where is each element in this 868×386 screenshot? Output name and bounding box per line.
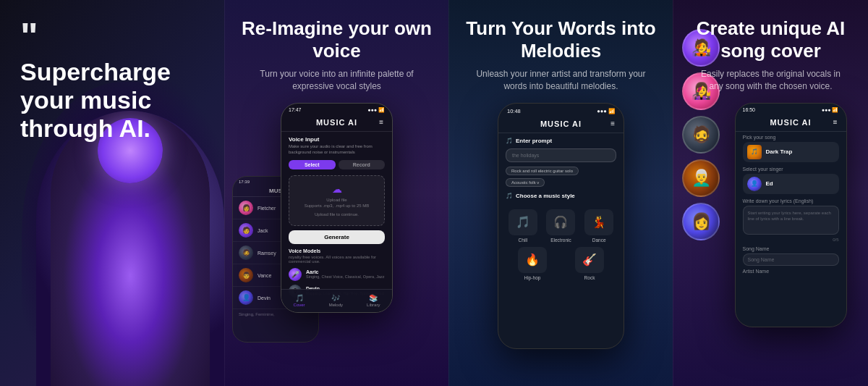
lyrics-label: Write down your lyrics (English) — [743, 198, 839, 204]
app-title: MUSIC AI — [316, 118, 357, 127]
voice-models-label: Voice Models — [289, 248, 385, 253]
phone-cover: 16:50 ●●● 📶 MUSIC AI ≡ Pick your song 🎵 … — [735, 103, 847, 327]
style-label-text: Choose a music style — [516, 193, 575, 199]
bottom-navigation: 🎵 Cover 🎶 Melody 📚 Library — [281, 289, 392, 312]
singer-name: Ed — [766, 180, 773, 187]
time: 17:47 — [289, 107, 302, 113]
electronic-icon: 🎧 — [546, 209, 575, 235]
voice-input-container: Voice Input Make sure your audio is clea… — [281, 132, 392, 306]
song-name-input[interactable]: Song Name — [743, 253, 839, 266]
melody-icon: 🎶 — [331, 294, 340, 302]
voice-section: Re-Imagine your own voice Turn your voic… — [224, 0, 448, 386]
song-row[interactable]: 🎵 Dark Trap — [743, 142, 839, 162]
music-note-2-icon: 🎵 — [506, 193, 513, 199]
voice-label: Voice Input — [289, 136, 385, 143]
avatar: 👨 — [239, 268, 253, 282]
style-item-rock[interactable]: 🎸 Rock — [563, 247, 616, 280]
voice-tabs: Select Record — [289, 160, 385, 169]
app-header: MUSIC AI ≡ — [281, 115, 392, 132]
model-info: Aaric Singing, Chest Voice, Classical, O… — [306, 269, 385, 280]
prompt-input[interactable]: the holidays — [506, 148, 616, 162]
tag-item[interactable]: Acoustic folk v — [506, 178, 545, 187]
section4-subtitle: Easily replaces the original vocals in a… — [673, 62, 868, 93]
style-grid: 🎵 Chill 🎧 Electronic 💃 Dance — [498, 209, 624, 243]
avatar: 👩 — [239, 201, 253, 215]
menu-icon[interactable]: ≡ — [379, 118, 383, 126]
rock-icon: 🎸 — [575, 247, 604, 273]
avatar-face-4: 👨‍🦳 — [684, 161, 718, 196]
pick-song-label: Pick your song — [743, 135, 839, 140]
style-item-chill[interactable]: 🎵 Chill — [506, 209, 540, 243]
style-name: Dance — [592, 238, 606, 243]
nav-melody[interactable]: 🎶 Melody — [329, 294, 343, 307]
menu-icon[interactable]: ≡ — [610, 119, 615, 127]
tab-select[interactable]: Select — [289, 160, 336, 169]
upload-text: Upload file — [297, 197, 377, 203]
upload-area[interactable]: ☁ Upload file Supports .mp3, .mp4 up to … — [289, 175, 385, 226]
hero-section: " Supercharge your music through AI. — [0, 0, 224, 386]
app-header: MUSIC AI ≡ — [736, 115, 846, 132]
upload-cta: Upload file to continue. — [297, 211, 377, 217]
signal: ●●● 📶 — [597, 108, 615, 114]
section3-title: Turn Your Words into Melodies — [449, 17, 673, 62]
avatar: 🧑 — [239, 223, 253, 238]
avatar-4[interactable]: 👨‍🦳 — [682, 159, 720, 197]
song-thumbnail: 🎵 — [747, 145, 762, 159]
contact-name: Fletcher — [258, 206, 276, 211]
signal: ●●● 📶 — [367, 107, 385, 113]
style-name: Electronic — [550, 238, 571, 243]
model-desc: Singing, Chest Voice, Classical, Opera, … — [306, 274, 385, 280]
style-item-hiphop[interactable]: 🔥 Hip-hop — [506, 247, 559, 280]
avatar-face-5: 👩 — [684, 204, 718, 239]
section3-subtitle: Unleash your inner artist and transform … — [449, 62, 673, 93]
contact-name: Vance — [258, 273, 271, 278]
upload-subtext: Supports .mp3, .mp4 up to 25 MB — [297, 203, 377, 209]
select-singer-label: Select your singer — [743, 167, 839, 172]
contact-name: Ramsey — [258, 251, 276, 256]
upload-icon: ☁ — [297, 183, 377, 195]
style-name: Hip-hop — [524, 275, 541, 280]
quote-icon: " — [20, 22, 204, 52]
style-item-dance[interactable]: 💃 Dance — [582, 209, 616, 243]
nav-cover-label: Cover — [294, 303, 305, 307]
style-grid-2: 🔥 Hip-hop 🎸 Rock — [498, 247, 624, 280]
avatar: 👤 — [239, 290, 253, 305]
dance-icon: 💃 — [584, 209, 613, 235]
nav-library[interactable]: 📚 Library — [367, 294, 380, 307]
library-icon: 📚 — [369, 294, 378, 302]
app-title: MUSIC AI — [540, 119, 582, 128]
avatar-3[interactable]: 🧔 — [682, 116, 720, 154]
nav-cover[interactable]: 🎵 Cover — [294, 294, 305, 307]
nav-library-label: Library — [367, 303, 380, 307]
prompt-label: 🎵 Enter prompt — [506, 138, 616, 144]
tab-record[interactable]: Record — [339, 160, 386, 169]
app-header: MUSIC AI ≡ — [498, 117, 624, 133]
cover-section: Create unique AI song cover Easily repla… — [673, 0, 868, 386]
menu-icon[interactable]: ≡ — [833, 118, 838, 126]
hiphop-icon: 🔥 — [518, 247, 547, 273]
voice-models-sub: royalty free voices. All voices are avai… — [289, 255, 385, 264]
prompt-section: 🎵 Enter prompt the holidays Rock and rol… — [498, 133, 624, 209]
section4-title: Create unique AI song cover — [673, 17, 868, 62]
status-bar: 16:50 ●●● 📶 — [736, 104, 846, 115]
section2-title: Re-Imagine your own voice — [225, 17, 448, 62]
avatar-face-3: 🧔 — [684, 117, 718, 152]
style-item-electronic[interactable]: 🎧 Electronic — [544, 209, 579, 243]
tag-item[interactable]: Rock and roll electric guitar solo — [506, 167, 579, 175]
generate-button[interactable]: Generate — [289, 230, 385, 244]
model-name: Aaric — [306, 269, 385, 274]
voice-model-item[interactable]: 🎤 Aaric Singing, Chest Voice, Classical,… — [289, 268, 385, 281]
song-name-label: Song Name — [743, 246, 839, 251]
time: 10:48 — [507, 108, 521, 114]
contact-name: Devin — [258, 295, 271, 301]
cover-icon: 🎵 — [295, 294, 304, 302]
lyrics-textarea[interactable]: Start writing your lyrics here, separate… — [743, 206, 839, 235]
hero-title: Supercharge your music through AI. — [20, 58, 204, 143]
time: 16:50 — [743, 107, 756, 113]
avatar-5[interactable]: 👩 — [682, 203, 720, 240]
model-avatar: 🎤 — [289, 268, 302, 281]
prompt-label-text: Enter prompt — [516, 138, 552, 144]
singer-row[interactable]: 👤 Ed — [743, 174, 839, 194]
artist-name-label: Artist Name — [743, 269, 839, 274]
time-display: 17:39 — [239, 180, 250, 184]
